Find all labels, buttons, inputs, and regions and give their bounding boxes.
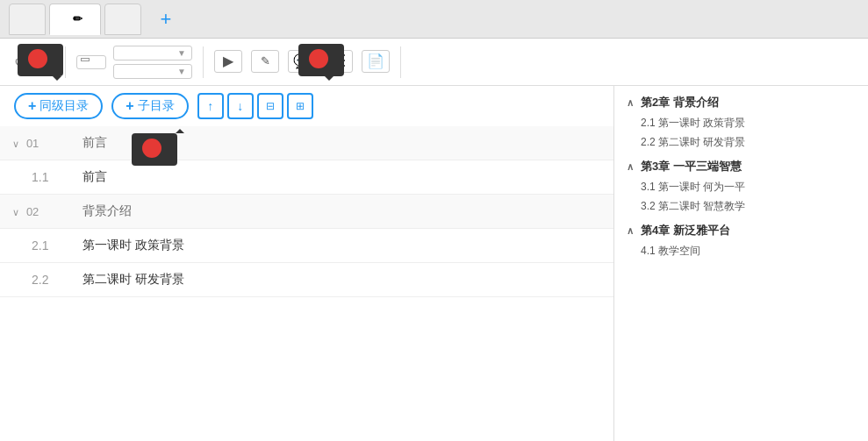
toc-lesson-item: 2.2 第二课时 研发背景	[641, 133, 856, 153]
subheading2-button[interactable]	[93, 63, 102, 67]
toc-lesson-item: 3.2 第二课时 智慧教学	[641, 197, 856, 217]
font-size-arrow: ▼	[177, 67, 186, 76]
chapter-test-icon: ✎	[251, 50, 279, 73]
annotation-num-1	[28, 49, 47, 68]
lesson-title: 第一课时 政策背景	[70, 229, 613, 263]
plus-icon: +	[28, 98, 36, 114]
toc-chapter: ∧第3章 一平三端智慧3.1 第一课时 何为一平3.2 第二课时 智慧教学	[627, 159, 856, 216]
font-size-select[interactable]: ▼	[113, 64, 192, 79]
lesson-num: 2.1	[0, 229, 70, 263]
main-area: + 同级目录 + 子目录 ↑ ↓ ⊟	[0, 86, 868, 441]
annotation-num-2	[142, 139, 161, 158]
divider-2	[203, 46, 204, 78]
subheading1-button[interactable]	[81, 63, 90, 67]
chapter-test-button[interactable]: ✎	[251, 50, 279, 75]
action-bar: + 同级目录 + 子目录 ↑ ↓ ⊟	[0, 86, 613, 126]
heading-group[interactable]	[76, 55, 106, 69]
tab-cover[interactable]	[9, 4, 46, 35]
lesson-num: 2.2	[0, 263, 70, 297]
font-family-arrow: ▼	[177, 48, 186, 58]
toolbar: ↺ ↻ ▼ ▼ ▶	[0, 39, 868, 86]
right-panel: ∧第2章 背景介绍2.1 第一课时 政策背景2.2 第二课时 研发背景∧第3章 …	[614, 86, 868, 441]
toc-lesson-item: 4.1 教学空间	[641, 242, 856, 261]
font-family-select[interactable]: ▼	[113, 46, 192, 60]
doc-icon: 📄	[362, 50, 390, 73]
plus-icon-2: +	[126, 98, 133, 114]
toc-chapter: ∧第4章 新泛雅平台4.1 教学空间	[627, 223, 856, 261]
toc-chapter-title: ∧第2章 背景介绍	[627, 95, 856, 110]
move-down-icon: ↓	[237, 99, 243, 113]
outdent-button[interactable]: ⊞	[287, 93, 313, 119]
lesson-num: 1.1	[0, 160, 70, 195]
tab-functions[interactable]	[104, 4, 141, 35]
heading1-button[interactable]	[81, 58, 90, 61]
annotation-num-3	[309, 49, 328, 68]
toc-chapter-title: ∧第3章 一平三端智慧	[627, 159, 856, 174]
toc-lesson-group: 4.1 教学空间	[627, 242, 856, 261]
move-up-button[interactable]: ↑	[197, 93, 224, 119]
annotation-3	[298, 44, 344, 76]
font-group: ▼ ▼	[113, 46, 192, 79]
video-button[interactable]: ▶	[214, 50, 242, 75]
tab-content[interactable]: ✏	[49, 4, 101, 35]
add-sibling-button[interactable]: + 同级目录	[14, 93, 103, 119]
toc-lesson-group: 3.1 第一课时 何为一平3.2 第二课时 智慧教学	[627, 178, 856, 216]
outdent-icon: ⊞	[296, 100, 305, 112]
add-sibling-label: 同级目录	[39, 98, 89, 114]
chapter-num: 02	[26, 205, 39, 218]
lesson-title: 第二课时 研发背景	[70, 263, 613, 297]
edit-icon: ✏	[73, 12, 82, 25]
tab-add-button[interactable]: +	[152, 5, 180, 33]
annotation-2	[132, 133, 177, 166]
indent-icon: ⊟	[266, 100, 275, 112]
divider-1	[65, 46, 66, 78]
chevron-icon: ∨	[12, 139, 19, 149]
toc-lesson-item: 2.1 第一课时 政策背景	[641, 114, 856, 133]
toc-lesson-item: 3.1 第一课时 何为一平	[641, 178, 856, 197]
move-down-button[interactable]: ↓	[227, 93, 254, 119]
heading2-button[interactable]	[93, 58, 102, 61]
divider-3	[400, 46, 401, 78]
plus-icon: +	[161, 8, 172, 31]
add-child-button[interactable]: + 子目录	[111, 93, 188, 119]
video-icon: ▶	[214, 50, 242, 73]
left-panel: + 同级目录 + 子目录 ↑ ↓ ⊟	[0, 86, 614, 441]
add-child-label: 子目录	[138, 98, 175, 114]
content-table: ∨ 01 前言 1.1 前言 ∨ 02 背景介绍 2.1 第一课时 政策背景 2…	[0, 126, 613, 297]
toc-chapter-title: ∧第4章 新泛雅平台	[627, 223, 856, 238]
chapter-title: 背景介绍	[70, 195, 613, 229]
toc-chapter: ∧第2章 背景介绍2.1 第一课时 政策背景2.2 第二课时 研发背景	[627, 95, 856, 152]
move-up-icon: ↑	[207, 99, 213, 113]
toc-lesson-group: 2.1 第一课时 政策背景2.2 第二课时 研发背景	[627, 114, 856, 152]
move-buttons: ↑ ↓ ⊟ ⊞	[197, 93, 313, 119]
chevron-icon: ∨	[12, 207, 19, 217]
action-bar-wrapper: + 同级目录 + 子目录 ↑ ↓ ⊟	[0, 86, 613, 126]
doc-button[interactable]: 📄	[362, 50, 390, 75]
chapter-num: 01	[26, 137, 39, 150]
annotation-1	[18, 44, 63, 76]
indent-button[interactable]: ⊟	[257, 93, 283, 119]
tab-bar: ✏ +	[0, 0, 868, 39]
